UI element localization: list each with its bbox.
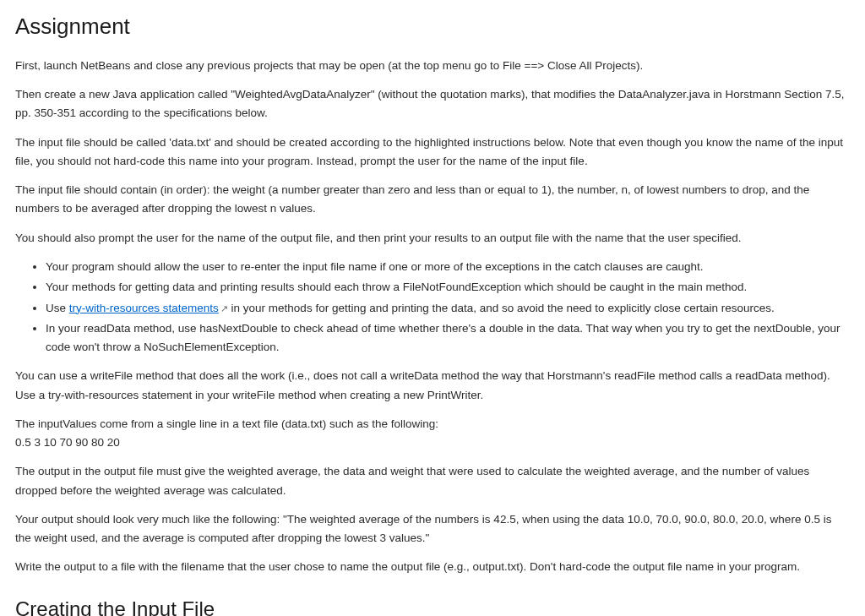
requirements-list: Your program should allow the user to re…: [15, 258, 850, 357]
paragraph-output-prompt: You should also prompt the user for the …: [15, 229, 850, 248]
list-item: In your readData method, use hasNextDoub…: [46, 319, 850, 357]
try-with-resources-link[interactable]: try-with-resources statements: [69, 302, 219, 314]
paragraph-input-file-name: The input file should be called 'data.tx…: [15, 134, 850, 172]
heading-creating-input-file: Creating the Input File: [15, 592, 850, 616]
paragraph-output-example: Your output should look very much like t…: [15, 510, 850, 548]
list-item: Use try-with-resources statements↗ in yo…: [46, 299, 850, 318]
paragraph-intro-1: First, launch NetBeans and close any pre…: [15, 57, 850, 75]
paragraph-output-contents: The output in the output file must give …: [15, 462, 850, 500]
paragraph-input-values: The inputValues come from a single line …: [15, 415, 850, 453]
heading-assignment: Assignment: [15, 8, 850, 45]
paragraph-writefile: You can use a writeFile method that does…: [15, 367, 850, 405]
paragraph-input-file-contents: The input file should contain (in order)…: [15, 181, 850, 219]
paragraph-output-filename: Write the output to a file with the file…: [15, 558, 850, 576]
list-item: Your program should allow the user to re…: [46, 258, 850, 276]
list-item: Your methods for getting data and printi…: [46, 278, 850, 297]
list-item-text-prefix: Use: [46, 302, 69, 314]
external-link-icon: ↗: [220, 301, 228, 316]
input-values-example: 0.5 3 10 70 90 80 20: [15, 436, 120, 449]
input-values-text: The inputValues come from a single line …: [15, 417, 438, 430]
list-item-text-suffix: in your methods for getting and printing…: [228, 302, 775, 314]
paragraph-intro-2: Then create a new Java application calle…: [15, 85, 850, 123]
